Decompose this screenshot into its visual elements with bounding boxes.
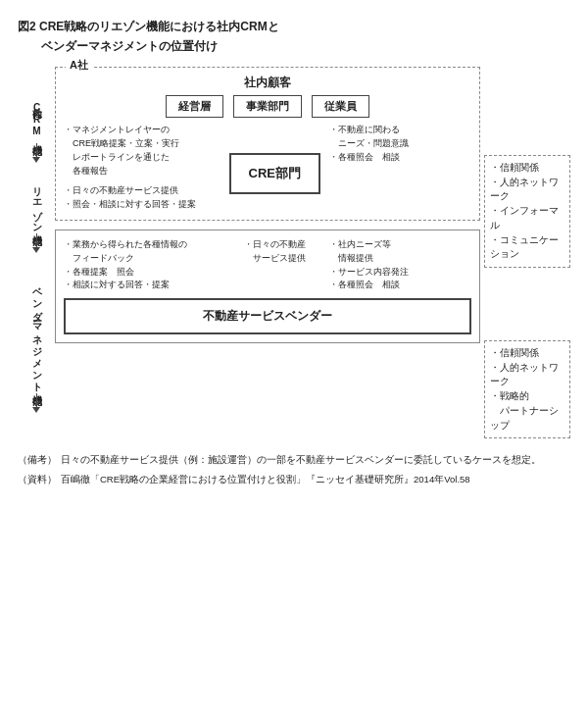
cre-dept-box: CRE部門 xyxy=(229,153,320,194)
upper-right-line1: ・不動産に関わる xyxy=(329,124,471,137)
stakeholder-jigyobumon: 事業部門 xyxy=(233,95,302,118)
right-notes-column: ・信頼関係 ・人的ネットワーク ・インフォーマル ・コミュニケーション ・信頼関… xyxy=(480,67,570,442)
upper-left-line2: CRE戦略提案・立案・実行 xyxy=(64,137,220,151)
left-labels-column: 社内CRM機能 リエゾン機能 ベンダーマネジメント機能 xyxy=(18,67,55,442)
upper-left-line1: ・マネジメントレイヤーの xyxy=(64,124,220,137)
rnu3: ・インフォーマル xyxy=(490,204,564,232)
right-note-upper: ・信頼関係 ・人的ネットワーク ・インフォーマル ・コミュニケーション xyxy=(484,155,570,268)
upper-left-line4: 各種報告 xyxy=(64,165,220,178)
vl1: ・業務から得られた各種情報の xyxy=(64,238,220,252)
crm-label-text: 社内CRM機能 xyxy=(29,100,43,139)
vendor-section: ・業務から得られた各種情報の フィードバック ・各種提案 照会 ・相談に対する回… xyxy=(55,230,480,344)
rnl4: パートナーシップ xyxy=(490,404,564,433)
vc2: サービス提供 xyxy=(244,252,306,266)
vl3: ・各種提案 照会 xyxy=(64,266,220,280)
vendor-center-col: ・日々の不動産 サービス提供 xyxy=(225,238,323,266)
vr3: ・サービス内容発注 xyxy=(329,266,471,280)
rnl3: ・戦略的 xyxy=(490,389,564,404)
vendor-mgmt-arrow-head xyxy=(32,407,40,413)
upper-right-text-col: ・不動産に関わる ニーズ・問題意識 ・各種照会 相談 xyxy=(329,124,471,165)
rnu1: ・信頼関係 xyxy=(490,161,564,176)
vendor-mgmt-label-group: ベンダーマネジメント機能 xyxy=(29,271,43,413)
right-note-lower: ・信頼関係 ・人的ネットワーク ・戦略的 パートナーシップ xyxy=(484,340,570,438)
vendor-name-box: 不動産サービスベンダー xyxy=(64,298,471,334)
vendor-mgmt-arrow xyxy=(32,393,40,413)
vr2: 情報提供 xyxy=(329,252,471,266)
rnl2: ・人的ネットワーク xyxy=(490,361,564,389)
vendor-inner-row: ・業務から得られた各種情報の フィードバック ・各種提案 照会 ・相談に対する回… xyxy=(64,238,471,293)
section-gap xyxy=(55,221,480,226)
vendor-left-text: ・業務から得られた各種情報の フィードバック ・各種提案 照会 ・相談に対する回… xyxy=(64,238,220,293)
liason-label-group: リエゾン機能 xyxy=(29,180,43,253)
crm-label-group: 社内CRM機能 xyxy=(29,71,43,163)
title-line1: 図2 CRE戦略のリエゾン機能における社内CRMと xyxy=(18,18,570,35)
upper-left-text-col: ・マネジメントレイヤーの CRE戦略提案・立案・実行 レポートラインを通じた 各… xyxy=(64,124,220,212)
page-title: 図2 CRE戦略のリエゾン機能における社内CRMと ベンダーマネジメントの位置付… xyxy=(18,18,570,55)
stakeholder-boxes-row: 経営層 事業部門 従業員 xyxy=(64,95,471,118)
title-line2: ベンダーマネジメントの位置付け xyxy=(18,37,570,55)
stakeholder-keiei: 経営層 xyxy=(166,95,223,118)
footnotes: （備考） 日々の不動産サービス提供（例：施設運営）の一部を不動産サービスベンダー… xyxy=(18,452,570,485)
crm-arrow-head xyxy=(32,157,40,163)
liason-arrow xyxy=(32,233,40,253)
liason-label-text: リエゾン機能 xyxy=(29,180,43,230)
rnu2: ・人的ネットワーク xyxy=(490,176,564,204)
rnu4: ・コミュニケーション xyxy=(490,233,564,262)
footnote1-text: 日々の不動産サービス提供（例：施設運営）の一部を不動産サービスベンダーに委託して… xyxy=(61,452,541,467)
upper-right-line3: ・各種照会 相談 xyxy=(329,151,471,165)
upper-left-line6: ・照会・相談に対する回答・提案 xyxy=(64,198,220,212)
footnote2-row: （資料） 百嶋徹「CRE戦略の企業経営における位置付けと役割」『ニッセイ基礎研究… xyxy=(18,472,570,486)
company-customer-label: 社内顧客 xyxy=(64,76,471,90)
vendor-mgmt-label-text: ベンダーマネジメント機能 xyxy=(29,280,43,389)
stakeholder-jugyoin: 従業員 xyxy=(312,95,369,118)
rnl1: ・信頼関係 xyxy=(490,346,564,361)
center-content: A社 社内顧客 経営層 事業部門 従業員 ・マネジメントレイヤーの CRE戦略提… xyxy=(55,67,480,442)
vendor-right-text: ・社内ニーズ等 情報提供 ・サービス内容発注 ・各種照会 相談 xyxy=(329,238,471,293)
liason-arrow-head xyxy=(32,247,40,253)
crm-arrow xyxy=(32,143,40,163)
footnote1-label: （備考） xyxy=(18,452,57,467)
vr1: ・社内ニーズ等 xyxy=(329,238,471,252)
vr4: ・各種照会 相談 xyxy=(329,279,471,292)
footnote2-text: 百嶋徹「CRE戦略の企業経営における位置付けと役割」『ニッセイ基礎研究所』201… xyxy=(61,472,470,486)
upper-left-line5: ・日々の不動産サービス提供 xyxy=(64,184,220,198)
vc1: ・日々の不動産 xyxy=(244,238,306,252)
crm-arrow-line xyxy=(36,143,37,157)
vendor-mgmt-arrow-line xyxy=(36,393,37,407)
upper-right-line2: ニーズ・問題意識 xyxy=(329,137,471,151)
footnote1-row: （備考） 日々の不動産サービス提供（例：施設運営）の一部を不動産サービスベンダー… xyxy=(18,452,570,467)
company-a-label: A社 xyxy=(66,58,92,73)
footnote2-label: （資料） xyxy=(18,472,57,486)
company-a-section: A社 社内顧客 経営層 事業部門 従業員 ・マネジメントレイヤーの CRE戦略提… xyxy=(55,67,480,221)
liason-arrow-line xyxy=(36,233,37,247)
cre-dept-col: CRE部門 xyxy=(225,124,323,194)
upper-inner-row: ・マネジメントレイヤーの CRE戦略提案・立案・実行 レポートラインを通じた 各… xyxy=(64,124,471,212)
upper-left-line3: レポートラインを通じた xyxy=(64,151,220,165)
vl2: フィードバック xyxy=(64,252,220,266)
vl4: ・相談に対する回答・提案 xyxy=(64,279,220,292)
diagram-container: 社内CRM機能 リエゾン機能 ベンダーマネジメント機能 xyxy=(18,67,570,442)
